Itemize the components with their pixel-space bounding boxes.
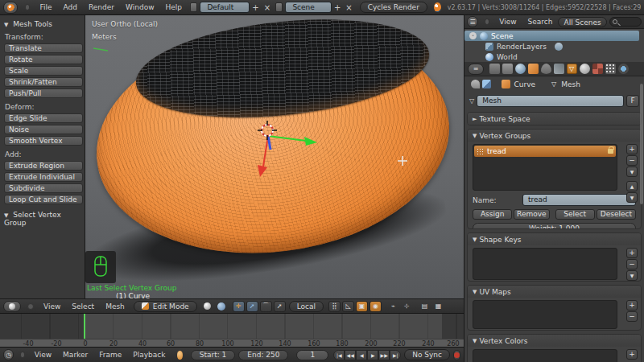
shape-keys-panel-header[interactable]: ▼ Shape Keys bbox=[468, 233, 641, 245]
move-group-up-button[interactable]: ▲ bbox=[626, 181, 638, 191]
end-frame-field[interactable]: End: 250 bbox=[238, 350, 288, 360]
render-opengl-anim-icon[interactable]: ▦ bbox=[432, 301, 444, 312]
menu-window[interactable]: Window bbox=[120, 3, 160, 11]
screen-layout-select[interactable]: Default bbox=[200, 2, 250, 13]
rotate-manipulator-button[interactable]: ⌒ bbox=[260, 301, 272, 312]
transform-orientation-select[interactable]: Local bbox=[289, 301, 324, 312]
shape-key-list[interactable] bbox=[473, 248, 617, 280]
play-reverse-button[interactable]: ◀ bbox=[356, 350, 367, 360]
move-group-down-button[interactable]: ▼ bbox=[626, 192, 638, 203]
mesh-tools-panel-header[interactable]: ▼ Mesh Tools bbox=[4, 20, 80, 28]
snap-element-icon[interactable]: ⊹ bbox=[401, 301, 413, 312]
editor-type-properties-icon[interactable]: ≡ bbox=[468, 64, 484, 75]
vertex-select-mode-button[interactable]: ⣿ bbox=[328, 301, 341, 312]
weight-slider[interactable]: Weight: 1.000 bbox=[473, 223, 636, 229]
edge-slide-button[interactable]: Edge Slide bbox=[4, 113, 83, 123]
vertex-group-specials-button[interactable]: ▼ bbox=[626, 167, 638, 177]
timeline-menu-view[interactable]: View bbox=[29, 351, 57, 359]
uv-maps-panel-header[interactable]: ▼ UV Maps bbox=[468, 286, 641, 298]
play-button[interactable]: ▶ bbox=[367, 350, 378, 360]
proportional-edit-button[interactable]: ◉ bbox=[369, 301, 382, 312]
viewport-menu-view[interactable]: View bbox=[38, 302, 66, 311]
vertex-colors-panel-header[interactable]: ▼ Vertex Colors bbox=[468, 335, 641, 347]
outliner-menu-view[interactable]: View bbox=[493, 18, 522, 26]
outliner-scope-select[interactable]: All Scenes bbox=[558, 17, 606, 27]
lock-icon[interactable] bbox=[608, 149, 613, 154]
editor-type-timeline-icon[interactable]: ◷ bbox=[3, 349, 14, 360]
shrink-fatten-button[interactable]: Shrink/Fatten bbox=[4, 77, 83, 87]
object-data-tab-icon[interactable]: ▽ bbox=[567, 64, 577, 74]
remove-uv-map-button[interactable]: − bbox=[626, 311, 638, 322]
timeline-menu-marker[interactable]: Marker bbox=[57, 351, 93, 359]
rotate-button[interactable]: Rotate bbox=[4, 55, 83, 64]
texture-space-panel-header[interactable]: ► Texture Space bbox=[468, 113, 641, 125]
outliner-item-world[interactable]: World bbox=[464, 51, 644, 62]
loop-cut-slide-button[interactable]: Loop Cut and Slide bbox=[4, 195, 83, 204]
start-frame-field[interactable]: Start: 1 bbox=[191, 350, 236, 360]
fake-user-button[interactable]: F bbox=[626, 95, 639, 107]
uv-map-list[interactable] bbox=[473, 300, 617, 329]
properties-scrollbar[interactable] bbox=[640, 84, 643, 204]
screen-layout-icon[interactable] bbox=[190, 2, 197, 12]
close-scene-button[interactable]: × bbox=[343, 3, 354, 12]
editor-type-3dview-icon[interactable] bbox=[3, 301, 21, 312]
header-expand-icon[interactable] bbox=[27, 303, 34, 310]
header-expand-icon[interactable] bbox=[485, 19, 489, 25]
remove-shape-key-button[interactable]: − bbox=[626, 259, 638, 269]
datablock-name-field[interactable]: Mesh bbox=[477, 95, 624, 107]
smooth-vertex-button[interactable]: Smooth Vertex bbox=[4, 136, 83, 146]
select-button[interactable]: Select bbox=[555, 209, 595, 220]
timeline-menu-playback[interactable]: Playback bbox=[127, 351, 171, 359]
outliner-item-renderlayers[interactable]: RenderLayers bbox=[464, 41, 644, 51]
vertex-group-item-tread[interactable]: tread bbox=[474, 146, 616, 157]
vertex-group-list[interactable]: tread bbox=[473, 144, 617, 191]
sync-mode-select[interactable]: No Sync bbox=[404, 349, 450, 360]
menu-help[interactable]: Help bbox=[160, 3, 188, 11]
outliner-menu-search[interactable]: Search bbox=[522, 18, 559, 26]
previous-keyframe-button[interactable]: ◀◀ bbox=[345, 350, 356, 360]
face-select-mode-button[interactable]: ▣ bbox=[356, 301, 368, 312]
pin-icon[interactable] bbox=[471, 80, 480, 88]
deselect-button[interactable]: Deselect bbox=[597, 209, 636, 220]
viewport-menu-select[interactable]: Select bbox=[66, 302, 100, 311]
vertex-color-list[interactable] bbox=[473, 349, 617, 362]
shape-key-specials-button[interactable]: ▼ bbox=[626, 270, 638, 281]
add-scene-button[interactable]: + bbox=[332, 3, 343, 12]
scene-select[interactable]: Scene bbox=[285, 2, 332, 13]
viewport-menu-mesh[interactable]: Mesh bbox=[100, 302, 130, 311]
subdivide-button[interactable]: Subdivide bbox=[4, 183, 83, 193]
render-engine-select[interactable]: Cycles Render bbox=[360, 2, 427, 13]
push-pull-button[interactable]: Push/Pull bbox=[4, 88, 83, 98]
menu-render[interactable]: Render bbox=[83, 3, 120, 11]
translate-manipulator-button[interactable]: ➚ bbox=[246, 301, 258, 312]
timeline-menu-frame[interactable]: Frame bbox=[93, 351, 127, 359]
add-uv-map-button[interactable]: + bbox=[626, 300, 638, 311]
edge-select-mode-button[interactable]: ◺ bbox=[342, 301, 354, 312]
current-frame-indicator[interactable] bbox=[84, 314, 85, 339]
add-vertex-group-button[interactable]: + bbox=[626, 144, 638, 154]
render-tab-icon[interactable] bbox=[489, 64, 500, 74]
scale-button[interactable]: Scale bbox=[4, 66, 83, 76]
render-opengl-icon[interactable]: ▤ bbox=[419, 301, 431, 312]
translate-button[interactable]: Translate bbox=[4, 43, 83, 53]
remove-button[interactable]: Remove bbox=[514, 209, 549, 220]
close-layout-button[interactable]: × bbox=[262, 3, 273, 12]
next-keyframe-button[interactable]: ▶▶ bbox=[378, 350, 390, 360]
collapse-icon[interactable]: - bbox=[469, 32, 477, 39]
menu-file[interactable]: File bbox=[34, 3, 57, 11]
use-preview-range-icon[interactable] bbox=[177, 351, 182, 360]
extrude-individual-button[interactable]: Extrude Individual bbox=[4, 172, 83, 182]
add-shape-key-button[interactable]: + bbox=[626, 248, 638, 258]
add-layout-button[interactable]: + bbox=[250, 3, 261, 12]
scene-tab-icon[interactable] bbox=[502, 64, 513, 74]
current-frame-field[interactable]: 1 bbox=[296, 350, 328, 360]
menu-add[interactable]: Add bbox=[58, 3, 83, 11]
blender-app-button[interactable] bbox=[3, 2, 18, 14]
snap-magnet-icon[interactable]: ⌁ bbox=[387, 301, 399, 312]
timeline-ruler[interactable]: -40 -20 0 20 40 60 80 100 120 140 160 18… bbox=[0, 314, 464, 348]
modifiers-tab-icon[interactable] bbox=[554, 64, 564, 74]
viewport-shading-select[interactable] bbox=[204, 302, 211, 310]
interaction-mode-select[interactable]: Edit Mode bbox=[134, 301, 197, 312]
world-tab-icon[interactable] bbox=[515, 64, 526, 74]
vertex-groups-panel-header[interactable]: ▼ Vertex Groups bbox=[468, 130, 641, 142]
